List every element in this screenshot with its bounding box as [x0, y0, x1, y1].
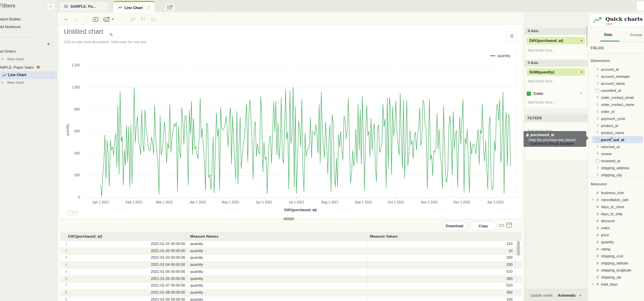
dimension-item-returned_at[interactable]: Treturned_at [588, 143, 644, 150]
field-label: reviewed_at [601, 159, 620, 163]
dimension-item-account_id[interactable]: Taccount_id [588, 66, 644, 73]
text-type-icon: T [595, 110, 600, 113]
table-row[interactable]: 22021-01-02 00:00:00quantity10 [60, 247, 522, 255]
sidebar-item-bad-orders[interactable]: Bad Orders [0, 49, 16, 53]
color-add-fields-placeholder[interactable]: Add fields here... [528, 100, 555, 104]
table-row[interactable]: 72021-01-07 00:00:00quantity520 [60, 282, 522, 289]
zoom-reset-button[interactable]: • [73, 210, 78, 216]
dimension-item-cancelled_at[interactable]: cancelled_at [588, 87, 644, 94]
table-row[interactable]: 42021-01-04 00:00:00quantity330 [60, 261, 522, 268]
measure-item-quantity[interactable]: #quantity [588, 238, 644, 245]
dimension-item-reviewed_at[interactable]: reviewed_at [588, 157, 644, 164]
measure-item-shipping_cost[interactable]: #shipping_cost [588, 252, 644, 259]
color-section-label[interactable]: Color [534, 92, 543, 96]
chart-type-button[interactable]: ▾ [103, 16, 111, 24]
measure-item-days_to_ship[interactable]: #days_to_ship [588, 210, 644, 217]
new-chart-tab-button[interactable] [165, 3, 175, 11]
measure-item-rating[interactable]: #rating [588, 245, 644, 252]
resize-handle[interactable] [283, 218, 294, 220]
tooltip-convert-action[interactable]: Convert to Visual Explorer [530, 142, 574, 145]
column-header-day-purchased-at[interactable]: DAY(purchased_at) [68, 234, 102, 238]
calculated-icon: = [592, 198, 593, 201]
chevron-down-icon[interactable]: ▾ [581, 39, 582, 42]
table-row[interactable]: 92021-01-09 00:00:00quantity100 [60, 296, 522, 301]
table-scrollbar-thumb[interactable] [517, 241, 520, 256]
zoom-out-button[interactable]: − [68, 210, 73, 216]
dimension-item-shipping_address[interactable]: Tshipping_address [588, 164, 644, 171]
chevron-down-icon[interactable]: ▾ [580, 294, 581, 297]
y-axis-add-fields-placeholder[interactable]: Add fields here... [528, 79, 555, 83]
config-scrollbar-thumb[interactable] [586, 26, 587, 46]
dimension-item-account_name[interactable]: Taccount_name [588, 80, 644, 87]
field-label: rating [601, 247, 610, 251]
tab-format[interactable]: Format [630, 33, 642, 37]
measure-item-index[interactable]: #index [588, 224, 644, 231]
tab-sample-paper-sales[interactable]: SAMPLE: Pa... [60, 2, 108, 11]
field-label: order_contact_email [601, 96, 634, 100]
dimension-item-order_contact_email[interactable]: Torder_contact_email [588, 94, 644, 101]
tab-data[interactable]: Data [604, 33, 612, 37]
line-chart-icon [2, 73, 7, 77]
chevron-down-icon[interactable]: ▾ [581, 70, 582, 74]
measure-item-days_to_close[interactable]: #days_to_close [588, 203, 644, 210]
dimension-item-review[interactable]: Treview [588, 150, 644, 157]
add-project-button[interactable]: + [47, 41, 50, 47]
panel-corner-button[interactable] [636, 1, 644, 11]
collapse-results-icon[interactable] [499, 224, 504, 227]
table-row[interactable]: 12021-01-01 00:00:00quantity110 [60, 240, 522, 248]
duplicate-cell-button[interactable] [93, 16, 100, 24]
sidebar-collapse-button[interactable]: ‹ [46, 3, 55, 11]
sidebar-item-sample-paper-sales[interactable]: SAMPLE: Paper Sales [0, 65, 40, 69]
divider [588, 42, 644, 42]
measure-item-discount[interactable]: #discount [588, 217, 644, 224]
field-label: total_days [601, 282, 618, 286]
quantity-series-line [101, 87, 511, 196]
measure-item-shipping_longitude[interactable]: #shipping_longitude [588, 266, 644, 274]
table-row[interactable]: 32021-01-03 00:00:00quantity200 [60, 254, 522, 261]
dimension-item-product_id[interactable]: Tproduct_id [588, 122, 644, 129]
measure-item-total_days[interactable]: =#total_days [588, 281, 644, 288]
tab-line-chart[interactable]: Line Chart ⋮ [113, 1, 155, 13]
dimension-item-payment_cycle[interactable]: Tpayment_cycle [588, 115, 644, 122]
copy-button[interactable]: Copy [470, 221, 496, 231]
table-row[interactable]: 62021-01-06 00:00:00quantity390 [60, 275, 522, 283]
sidebar-item-add-notebook[interactable]: Add Notebook [0, 25, 21, 29]
measure-item-cancellation_rate[interactable]: =#cancellation_rate [588, 196, 644, 203]
dimension-item-account_manager[interactable]: Taccount_manager [588, 73, 644, 80]
tab-menu-icon[interactable]: ⋮ [147, 5, 150, 10]
measure-item-shipping_zip[interactable]: #shipping_zip [588, 274, 644, 281]
field-label: shipping_zip [601, 275, 621, 279]
x-axis-field-pill[interactable]: DAY(purchased_at) ▾ [527, 37, 585, 44]
row-number: 9 [61, 297, 67, 301]
y-axis-field-pill[interactable]: SUM(quantity) ▾ [527, 68, 585, 76]
dimension-item-product_name[interactable]: Tproduct_name [588, 129, 644, 136]
measure-item-price[interactable]: #price [588, 231, 644, 238]
hand-cursor-icon [610, 136, 615, 142]
expand-results-icon[interactable] [506, 223, 512, 228]
x-axis-add-fields-placeholder[interactable]: Add fields here... [528, 48, 555, 52]
number-type-icon: # [595, 282, 600, 286]
measure-item-business_size[interactable]: #business_size [588, 189, 644, 196]
dimension-item-order_contact_name[interactable]: Torder_contact_name [588, 101, 644, 108]
sidebar-item-line-chart[interactable]: Line Chart ⋮ [0, 71, 57, 79]
kebab-menu-icon[interactable]: ⋮ [50, 73, 54, 77]
download-button[interactable]: Download [442, 221, 467, 231]
dimension-item-purchased_at[interactable]: purchased_at [592, 136, 643, 143]
back-button[interactable]: ← [64, 16, 69, 22]
column-header-measure-names[interactable]: Measure Names [190, 234, 218, 238]
table-row[interactable]: 82021-01-08 00:00:00quantity390 [60, 289, 522, 296]
field-label: order_id [601, 110, 614, 114]
sidebar-item-new-chart-1[interactable]: + New chart [1, 57, 24, 61]
column-header-measure-values[interactable]: Measure Values [370, 234, 398, 238]
dimension-item-order_id[interactable]: Torder_id [588, 108, 644, 115]
table-row[interactable]: 52021-01-05 00:00:00quantity570 [60, 268, 522, 276]
chart-remove-icon [103, 16, 111, 22]
plus-icon: + [1, 57, 3, 61]
update-mode-value[interactable]: Automatic [558, 293, 576, 297]
sidebar-item-new-chart-2[interactable]: + New chart [1, 80, 24, 84]
measure-item-shipping_latitude[interactable]: #shipping_latitude [588, 259, 644, 266]
sidebar-item-report-builder[interactable]: Report Builder [0, 17, 21, 21]
tooltip-arrow [586, 136, 589, 140]
quick-charts-subtitle: Line [606, 22, 612, 26]
chevron-down-icon[interactable]: ▾ [580, 92, 582, 95]
